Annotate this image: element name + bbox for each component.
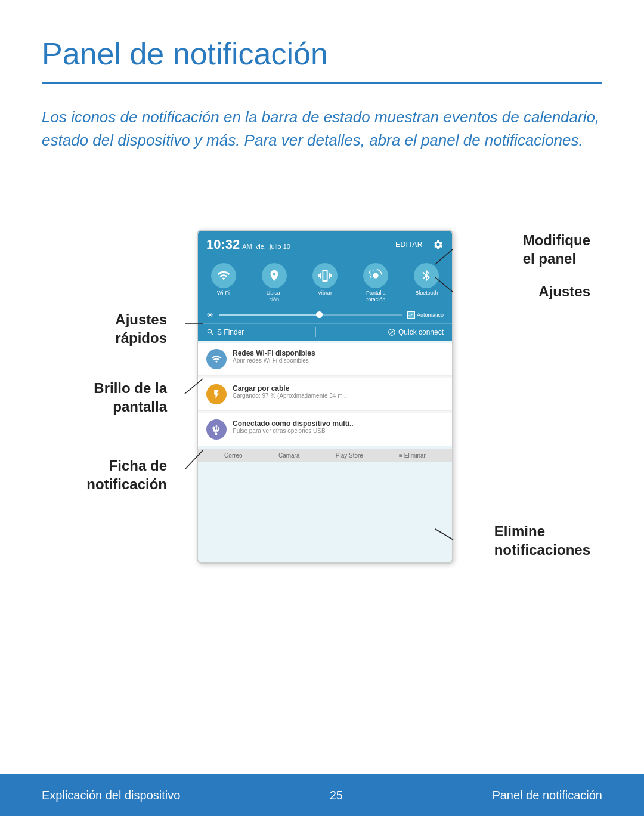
- s-finder-label: S Finder: [217, 328, 244, 336]
- bluetooth-label: Bluetooth: [415, 290, 438, 296]
- quick-settings-row: Wi-Fi Ubica-ción: [198, 258, 452, 307]
- brightness-icon: ☀: [206, 310, 214, 320]
- vibrate-icon-circle: [312, 263, 338, 288]
- label-ajustes: Ajustes: [538, 282, 590, 301]
- correo-btn[interactable]: Correo: [224, 452, 243, 459]
- quick-connect-button[interactable]: Quick connect: [388, 328, 444, 336]
- vibrate-label: Vibrar: [318, 290, 332, 296]
- date-text: vie., julio 10: [256, 243, 290, 250]
- notif-wifi-subtitle: Abrir redes Wi-Fi disponibles: [233, 357, 315, 364]
- wifi-label: Wi-Fi: [217, 290, 230, 296]
- diagram-area: 10:32 AM vie., julio 10 EDITAR: [42, 182, 602, 629]
- play-store-btn[interactable]: Play Store: [336, 452, 363, 459]
- gear-icon[interactable]: [433, 239, 444, 250]
- s-finder-button[interactable]: S Finder: [206, 328, 244, 336]
- page-title: Panel de notificación: [42, 36, 602, 72]
- qs-rotation[interactable]: Pantallarotación: [355, 263, 397, 303]
- notif-wifi-title: Redes Wi-Fi disponibles: [233, 349, 315, 357]
- status-bar: 10:32 AM vie., julio 10 EDITAR: [198, 231, 452, 258]
- brightness-fill: [219, 314, 320, 316]
- phone-mockup: 10:32 AM vie., julio 10 EDITAR: [197, 230, 453, 564]
- qs-bluetooth[interactable]: Bluetooth: [405, 263, 447, 296]
- notif-wifi-icon: [206, 349, 227, 369]
- notif-charging-icon: [206, 384, 227, 404]
- brightness-slider[interactable]: [219, 314, 402, 316]
- wifi-icon-circle: [211, 263, 236, 288]
- check-icon: [407, 311, 415, 319]
- label-ajustes-rapidos: Ajustesrápidos: [54, 310, 167, 347]
- search-row: S Finder Quick connect: [198, 323, 452, 341]
- label-modifique: Modifiqueel panel: [523, 231, 590, 268]
- auto-brightness-check[interactable]: Automático: [407, 311, 444, 319]
- auto-label: Automático: [417, 312, 444, 318]
- rotation-label: Pantallarotación: [366, 290, 386, 303]
- notif-usb-icon: [206, 419, 227, 440]
- row-divider: [315, 327, 316, 337]
- notif-usb-content: Conectado como dispositivo multi.. Pulse…: [233, 419, 354, 434]
- ficha-text: Ficha denotificación: [86, 458, 167, 492]
- ajustes-rapidos-text: Ajustesrápidos: [115, 311, 167, 346]
- location-icon-circle: [262, 263, 287, 288]
- notif-charging[interactable]: Cargar por cable Cargando: 97 % (Aproxim…: [198, 378, 452, 411]
- footer-right: Panel de notificación: [492, 789, 602, 802]
- footer-page: 25: [330, 789, 343, 802]
- footer-left: Explicación del dispositivo: [42, 789, 180, 802]
- brillo-text: Brillo de lapantalla: [94, 380, 167, 415]
- vertical-divider: [428, 240, 428, 249]
- label-brillo: Brillo de lapantalla: [54, 379, 167, 416]
- camara-btn[interactable]: Cámara: [278, 452, 300, 459]
- label-ficha: Ficha denotificación: [54, 456, 167, 493]
- notif-usb[interactable]: Conectado como dispositivo multi.. Pulse…: [198, 413, 452, 446]
- notif-wifi[interactable]: Redes Wi-Fi disponibles Abrir redes Wi-F…: [198, 343, 452, 376]
- elimine-text: Eliminenotificaciones: [494, 523, 590, 558]
- edit-button[interactable]: EDITAR: [395, 240, 423, 249]
- location-label: Ubica-ción: [267, 290, 282, 303]
- notif-charging-subtitle: Cargando: 97 % (Aproximadamente 34 mi..: [233, 392, 347, 399]
- modifique-text: Modifiqueel panel: [523, 232, 590, 267]
- notif-wifi-content: Redes Wi-Fi disponibles Abrir redes Wi-F…: [233, 349, 315, 364]
- quick-connect-label: Quick connect: [398, 328, 444, 336]
- intro-paragraph: Los iconos de notificación en la barra d…: [42, 106, 602, 152]
- notif-usb-title: Conectado como dispositivo multi..: [233, 419, 354, 428]
- bluetooth-icon-circle: [414, 263, 439, 288]
- eliminate-button[interactable]: ≡ Eliminar: [399, 452, 426, 459]
- status-right: EDITAR: [395, 239, 444, 250]
- brightness-row: ☀ Automático: [198, 307, 452, 323]
- title-divider: [42, 82, 602, 84]
- time-display: 10:32: [206, 237, 240, 252]
- ajustes-text: Ajustes: [538, 283, 590, 299]
- rotation-icon-circle: [363, 263, 388, 288]
- qs-vibrate[interactable]: Vibrar: [304, 263, 346, 296]
- main-content: Panel de notificación Los iconos de noti…: [0, 0, 644, 629]
- qs-location[interactable]: Ubica-ción: [253, 263, 295, 303]
- notif-charging-content: Cargar por cable Cargando: 97 % (Aproxim…: [233, 384, 347, 399]
- footer: Explicación del dispositivo 25 Panel de …: [0, 774, 644, 816]
- time-suffix: AM: [242, 243, 252, 250]
- notif-charging-title: Cargar por cable: [233, 384, 347, 392]
- notif-usb-subtitle: Pulse para ver otras opciones USB: [233, 428, 354, 434]
- label-elimine: Eliminenotificaciones: [494, 522, 590, 559]
- notifications-area: Redes Wi-Fi disponibles Abrir redes Wi-F…: [198, 343, 452, 446]
- qs-wifi[interactable]: Wi-Fi: [203, 263, 244, 296]
- phone-bottom-bar: Correo Cámara Play Store ≡ Eliminar: [198, 449, 452, 462]
